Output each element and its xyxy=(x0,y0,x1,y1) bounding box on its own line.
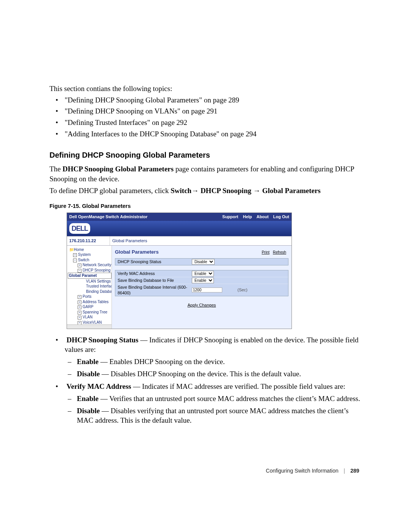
app-titlebar: Dell OpenManage Switch Administrator Sup… xyxy=(67,213,292,221)
topic-item: "Adding Interfaces to the DHCP Snooping … xyxy=(65,129,362,139)
ip-address: 176.210.11.22 xyxy=(67,236,110,245)
tree-global-parameters[interactable]: Global Paramet xyxy=(68,273,112,279)
list-item: Disable — Disables verifying that an unt… xyxy=(77,406,362,425)
folder-icon: 📁 xyxy=(69,248,74,252)
text: — Verifies that an untrusted port source… xyxy=(99,395,360,403)
tree-home[interactable]: 📁Home xyxy=(68,247,112,252)
tree-ports[interactable]: +Ports xyxy=(68,294,112,299)
topic-item: "Defining DHCP Snooping on VLANs" on pag… xyxy=(65,106,362,116)
topic-item: "Defining Trusted Interfaces" on page 29… xyxy=(65,118,362,128)
collapse-icon[interactable]: − xyxy=(73,259,77,262)
expand-icon[interactable]: + xyxy=(73,253,77,257)
tree-label: System xyxy=(78,252,91,257)
tree-network-security[interactable]: +Network Security xyxy=(68,262,112,268)
text: — Indicates if MAC addresses are verifie… xyxy=(131,382,346,390)
expand-icon[interactable]: + xyxy=(78,316,81,320)
bold-term: DHCP Snooping Global Parameters xyxy=(62,165,174,173)
field-unit: (Sec) xyxy=(230,287,286,293)
expand-icon[interactable]: + xyxy=(78,311,81,315)
list-item: Verify MAC Address — Indicates if MAC ad… xyxy=(65,382,362,425)
term: DHCP Snooping Status xyxy=(67,336,139,344)
save-db-select[interactable]: Enable xyxy=(192,278,214,283)
tree-label: Network Security xyxy=(83,263,112,267)
app-window: Dell OpenManage Switch Administrator Sup… xyxy=(67,212,292,329)
field-row: DHCP Snooping Status Disable xyxy=(115,259,288,265)
tree-label: Home xyxy=(74,248,84,252)
list-item: Enable — Verifies that an untrusted port… xyxy=(77,394,362,404)
text: — Disables verifying that an untrusted p… xyxy=(77,407,349,425)
field-label-dhcp-status: DHCP Snooping Status xyxy=(118,259,192,265)
list-item: Disable — Disables DHCP Snooping on the … xyxy=(77,369,362,379)
topic-item: "Defining DHCP Snooping Global Parameter… xyxy=(65,95,362,105)
field-label-verify-mac: Verify MAC Address xyxy=(118,271,192,276)
app-body: 📁Home +System −Switch +Network Security … xyxy=(67,246,292,329)
tree-label: Switch xyxy=(78,258,89,262)
tree-system[interactable]: +System xyxy=(68,252,112,257)
footer-separator: | xyxy=(344,468,345,474)
field-description-list: DHCP Snooping Status — Indicates if DHCP… xyxy=(49,335,362,425)
nav-tree: 📁Home +System −Switch +Network Security … xyxy=(67,246,112,329)
section-heading: Defining DHCP Snooping Global Parameters xyxy=(49,150,362,160)
nav-support-link[interactable]: Support xyxy=(222,214,238,220)
tree-label: Address Tables xyxy=(83,300,108,304)
topic-list: "Defining DHCP Snooping Global Parameter… xyxy=(49,95,362,139)
interval-input[interactable] xyxy=(192,288,222,292)
document-page: This section contians the following topi… xyxy=(0,0,411,497)
content-panel: Global Parameters Print Refresh DHCP Sno… xyxy=(112,246,292,329)
expand-icon[interactable]: + xyxy=(78,305,81,309)
tree-dhcp-snooping[interactable]: −DHCP Snooping xyxy=(68,268,112,273)
field-row: Verify MAC Address Enable xyxy=(115,270,288,277)
field-label-interval: Save Binding Database Interval (600-8640… xyxy=(118,284,192,296)
expand-icon[interactable]: + xyxy=(78,300,81,304)
field-row: Save Binding Database Interval (600-8640… xyxy=(115,284,288,296)
verify-mac-select[interactable]: Enable xyxy=(192,271,214,276)
term: Disable xyxy=(77,407,100,415)
collapse-icon[interactable]: − xyxy=(78,269,81,273)
apply-changes-link[interactable]: Apply Changes xyxy=(188,303,216,307)
tree-trusted-interfaces[interactable]: Trusted Interfaces xyxy=(68,284,112,289)
breadcrumb: Global Parameters xyxy=(110,236,292,245)
term: Enable xyxy=(77,395,99,403)
intro-text: This section contians the following topi… xyxy=(49,84,362,94)
field-label-save-db: Save Binding Database to File xyxy=(118,278,192,283)
list-item: Enable — Enables DHCP Snooping on the de… xyxy=(77,357,362,367)
refresh-link[interactable]: Refresh xyxy=(273,250,286,254)
dhcp-status-select[interactable]: Disable xyxy=(192,259,215,265)
tree-garp[interactable]: +GARP xyxy=(68,304,112,310)
expand-icon[interactable]: + xyxy=(78,264,81,267)
page-footer: Configuring Switch Information | 289 xyxy=(49,467,362,474)
term: Disable xyxy=(77,370,100,378)
field-group-1: DHCP Snooping Status Disable xyxy=(115,258,288,265)
nav-logout-link[interactable]: Log Out xyxy=(273,214,289,220)
print-link[interactable]: Print xyxy=(262,250,270,254)
field-row: Save Binding Database to File Enable xyxy=(115,277,288,284)
tree-vlan[interactable]: +VLAN xyxy=(68,315,112,320)
paragraph: To define DHCP global parameters, click … xyxy=(49,186,362,196)
tree-spanning-tree[interactable]: +Spanning Tree xyxy=(68,310,112,315)
dell-logo: DELL xyxy=(69,223,90,234)
text: The xyxy=(49,165,62,173)
tree-address-tables[interactable]: +Address Tables xyxy=(68,299,112,305)
bold-nav-path: Switch→ DHCP Snooping → Global Parameter… xyxy=(170,187,320,195)
tree-vlan-settings[interactable]: VLAN Settings xyxy=(68,279,112,284)
tree-label: Ports xyxy=(83,294,91,299)
apply-row: Apply Changes xyxy=(115,301,288,310)
tree-label: VLAN xyxy=(83,315,92,319)
nav-about-link[interactable]: About xyxy=(256,214,269,220)
list-item: DHCP Snooping Status — Indicates if DHCP… xyxy=(65,335,362,379)
text: — Disables DHCP Snooping on the device. … xyxy=(100,370,301,378)
tree-scrollbar[interactable] xyxy=(67,324,112,329)
paragraph: The DHCP Snooping Global Parameters page… xyxy=(49,164,362,184)
text: — Enables DHCP Snooping on the device. xyxy=(99,358,225,366)
field-group-2: Verify MAC Address Enable Save Binding D… xyxy=(115,270,288,297)
tree-switch[interactable]: −Switch xyxy=(68,257,112,263)
footer-text: Configuring Switch Information xyxy=(266,468,339,474)
tree-binding-database[interactable]: Binding Database xyxy=(68,289,112,294)
nav-help-link[interactable]: Help xyxy=(243,214,252,220)
app-logo-bar: DELL xyxy=(67,221,292,236)
tree-label: GARP xyxy=(83,305,93,309)
tree-label: Spanning Tree xyxy=(83,310,107,314)
app-nav: Support Help About Log Out xyxy=(222,214,289,220)
term: Enable xyxy=(77,358,99,366)
expand-icon[interactable]: + xyxy=(78,295,81,299)
